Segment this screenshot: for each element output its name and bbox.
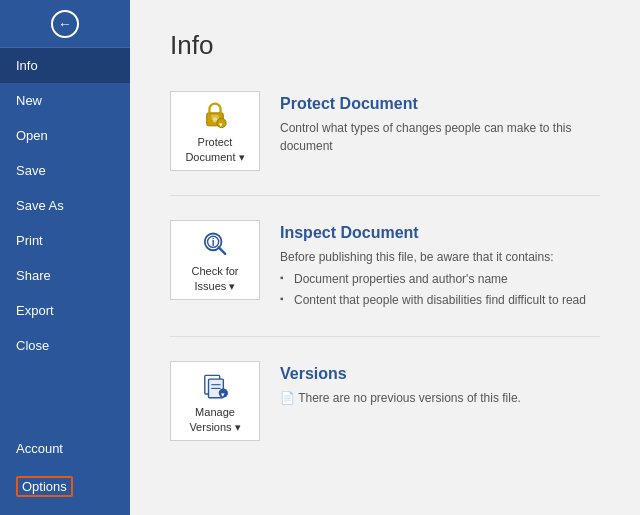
versions-icon-inline: 📄 [280, 391, 298, 405]
protect-card: ▾ Protect Document ▾ Protect Document Co… [170, 91, 600, 171]
options-highlight-box: Options [16, 476, 73, 497]
back-button[interactable]: ← [0, 0, 130, 48]
inspect-bullet-2: Content that people with disabilities fi… [280, 291, 600, 309]
versions-icon: ▾ [197, 368, 233, 401]
manage-versions-button[interactable]: ▾ Manage Versions ▾ [170, 361, 260, 441]
back-arrow-icon: ← [51, 10, 79, 38]
sidebar-item-info[interactable]: Info [0, 48, 130, 83]
inspect-bullet-1: Document properties and author's name [280, 270, 600, 288]
divider-2 [170, 336, 600, 337]
inspect-card-desc: Before publishing this file, be aware th… [280, 248, 600, 309]
sidebar-item-close[interactable]: Close [0, 328, 130, 363]
inspect-card-content: Inspect Document Before publishing this … [280, 220, 600, 312]
svg-text:i: i [212, 237, 215, 248]
protect-document-label: Protect Document ▾ [177, 135, 253, 164]
main-content: Info ▾ Protect Document ▾ Protect Docume… [130, 0, 640, 515]
inspect-icon: i [197, 227, 233, 260]
protect-card-desc: Control what types of changes people can… [280, 119, 600, 155]
protect-card-title: Protect Document [280, 95, 600, 113]
sidebar-item-open[interactable]: Open [0, 118, 130, 153]
page-title: Info [170, 30, 600, 61]
sidebar-item-save[interactable]: Save [0, 153, 130, 188]
manage-versions-label: Manage Versions ▾ [177, 405, 253, 434]
versions-card-desc: 📄 There are no previous versions of this… [280, 389, 600, 407]
svg-text:▾: ▾ [219, 120, 223, 129]
sidebar-bottom: Account Options [0, 431, 130, 515]
check-issues-label: Check for Issues ▾ [177, 264, 253, 293]
sidebar-item-print[interactable]: Print [0, 223, 130, 258]
versions-card-title: Versions [280, 365, 600, 383]
versions-card-content: Versions 📄 There are no previous version… [280, 361, 600, 407]
inspect-card: i Check for Issues ▾ Inspect Document Be… [170, 220, 600, 312]
protect-document-button[interactable]: ▾ Protect Document ▾ [170, 91, 260, 171]
sidebar-item-account[interactable]: Account [0, 431, 130, 466]
sidebar-item-save-as[interactable]: Save As [0, 188, 130, 223]
protect-card-content: Protect Document Control what types of c… [280, 91, 600, 155]
sidebar-item-options[interactable]: Options [0, 466, 130, 507]
sidebar: ← Info New Open Save Save As Print Share… [0, 0, 130, 515]
sidebar-item-new[interactable]: New [0, 83, 130, 118]
sidebar-item-share[interactable]: Share [0, 258, 130, 293]
check-issues-button[interactable]: i Check for Issues ▾ [170, 220, 260, 300]
divider-1 [170, 195, 600, 196]
versions-card: ▾ Manage Versions ▾ Versions 📄 There are… [170, 361, 600, 441]
svg-text:▾: ▾ [221, 390, 225, 399]
sidebar-nav: Info New Open Save Save As Print Share E… [0, 48, 130, 431]
svg-rect-2 [213, 117, 217, 122]
inspect-card-title: Inspect Document [280, 224, 600, 242]
inspect-bullet-list: Document properties and author's name Co… [280, 270, 600, 309]
lock-icon: ▾ [197, 98, 233, 131]
svg-line-7 [219, 247, 225, 253]
sidebar-item-export[interactable]: Export [0, 293, 130, 328]
